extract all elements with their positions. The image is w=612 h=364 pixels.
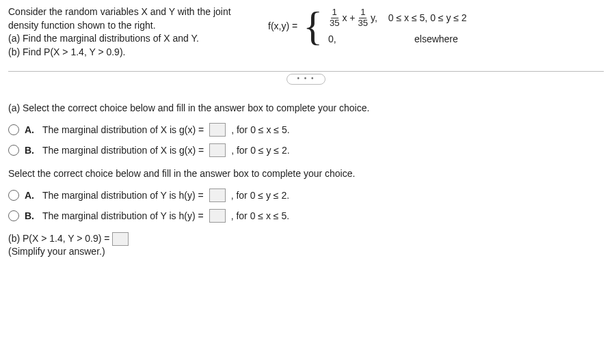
choice-a-x[interactable]: A. The marginal distribution of X is g(x… [8,123,604,137]
x-term: x + [342,12,355,23]
fraction-2: 1 35 [357,8,369,28]
choice-ay-text1: The marginal distribution of Y is h(y) = [42,190,204,201]
choice-a-text1: The marginal distribution of X is g(x) = [42,124,204,135]
radio-icon[interactable] [8,190,19,201]
radio-icon[interactable] [8,145,19,156]
equation-lhs: f(x,y) = [268,20,297,31]
answer-input-ay[interactable] [209,188,226,202]
choice-b-text2: , for 0 ≤ y ≤ 2. [231,145,289,156]
more-icon[interactable]: • • • [287,74,325,85]
section-y-prompt: Select the correct choice below and fill… [8,168,604,179]
label-a: A. [25,124,34,135]
choice-by-text1: The marginal distribution of Y is h(y) = [42,210,204,221]
answer-input-bx[interactable] [209,143,226,157]
radio-icon[interactable] [8,124,19,135]
label-b-y: B. [25,210,34,221]
label-a-y: A. [25,190,34,201]
choice-b-x[interactable]: B. The marginal distribution of X is g(x… [8,143,604,157]
choice-b-text1: The marginal distribution of X is g(x) = [42,145,204,156]
answer-input-ax[interactable] [209,123,226,137]
section-a-prompt: (a) Select the correct choice below and … [8,102,604,113]
zero-case: 0, [328,33,403,44]
radio-icon[interactable] [8,210,19,221]
choice-ay-text2: , for 0 ≤ y ≤ 2. [231,190,289,201]
choice-by-text2: , for 0 ≤ x ≤ 5. [231,210,289,221]
left-brace: { [303,5,323,46]
elsewhere-text: elsewhere [414,33,458,44]
fraction-1: 1 35 [328,8,341,28]
answer-input-partb[interactable] [112,232,129,246]
joint-density-equation: f(x,y) = { 1 35 x + 1 35 y, 0 ≤ x ≤ 5, 0… [268,5,467,46]
choice-a-text2: , for 0 ≤ x ≤ 5. [231,124,289,135]
choice-b-y[interactable]: B. The marginal distribution of Y is h(y… [8,209,604,223]
divider [8,71,604,72]
y-term: y, [371,12,377,23]
part-b-prob: (b) P(X > 1.4, Y > 0.9) = [8,233,110,244]
answer-input-by[interactable] [209,209,226,223]
label-b: B. [25,145,34,156]
part-a-text: (a) Find the marginal distributions of X… [8,33,199,44]
choice-a-y[interactable]: A. The marginal distribution of Y is h(y… [8,188,604,202]
problem-statement: Consider the random variables X and Y wi… [8,5,241,59]
domain-text: 0 ≤ x ≤ 5, 0 ≤ y ≤ 2 [388,12,467,23]
intro-text: Consider the random variables X and Y wi… [8,6,231,31]
part-b-text: (b) Find P(X > 1.4, Y > 0.9). [8,46,125,57]
simplify-text: (Simplify your answer.) [8,246,105,257]
